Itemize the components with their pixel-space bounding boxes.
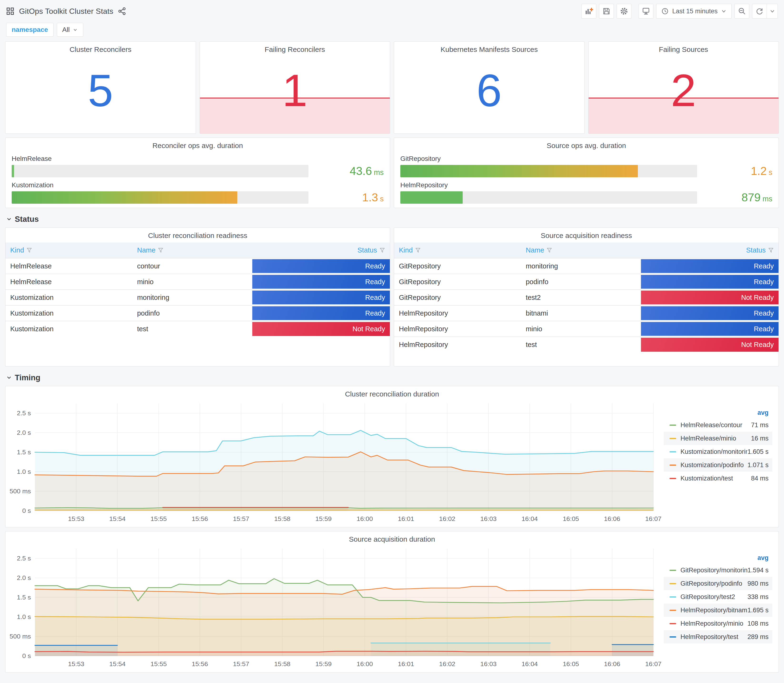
zoom-out-time-button[interactable] xyxy=(734,4,749,19)
settings-gear-icon[interactable] xyxy=(617,4,632,19)
section-label-timing: Timing xyxy=(15,373,40,382)
gauge-track xyxy=(12,191,308,204)
legend-item[interactable]: Kustomization/test84 ms xyxy=(664,472,772,485)
column-header-inner: Name xyxy=(526,246,635,254)
cell-name: monitoring xyxy=(521,258,640,274)
refresh-button[interactable] xyxy=(752,4,767,19)
svg-text:2.0 s: 2.0 s xyxy=(17,574,31,581)
legend-item[interactable]: GitRepository/monitoring1.594 s xyxy=(664,564,772,577)
gauge-value-number: 1.3 xyxy=(362,191,378,204)
legend-series-swatch xyxy=(670,596,676,598)
legend-item[interactable]: HelmRepository/minio108 ms xyxy=(664,617,772,630)
add-panel-button[interactable] xyxy=(582,4,596,19)
bargauge-panel: Source ops avg. durationGitRepository1.2… xyxy=(394,138,779,208)
chevron-down-icon xyxy=(6,216,12,222)
column-header-status[interactable]: Status xyxy=(252,242,390,258)
column-header-label: Name xyxy=(526,246,544,254)
cell-kind: HelmRepository xyxy=(394,321,521,337)
filter-funnel-icon xyxy=(158,247,164,253)
legend-series-avg: 71 ms xyxy=(751,422,768,429)
legend-item[interactable]: HelmRepository/test289 ms xyxy=(664,630,772,643)
svg-text:16:02: 16:02 xyxy=(439,515,455,522)
legend-item[interactable]: HelmRelease/contour71 ms xyxy=(664,418,772,432)
gauge-row: 43.6ms xyxy=(12,164,384,178)
gauge-value-number: 879 xyxy=(742,191,761,204)
cell-name: bitnami xyxy=(521,305,640,321)
time-range-picker[interactable]: Last 15 minutes xyxy=(656,4,732,19)
status-tables-row: Cluster reconciliation readinessKindName… xyxy=(5,228,779,367)
column-header-inner: Kind xyxy=(399,246,516,254)
legend-series-avg: 1.605 s xyxy=(747,448,768,455)
legend-item[interactable]: Kustomization/podinfo1.071 s xyxy=(664,459,772,472)
section-toggle-status[interactable]: Status xyxy=(6,215,778,224)
svg-text:16:03: 16:03 xyxy=(480,515,497,522)
svg-text:15:58: 15:58 xyxy=(274,515,290,522)
time-range-label: Last 15 minutes xyxy=(672,8,718,15)
share-icon[interactable] xyxy=(118,7,126,15)
table-row: HelmRepositoryminioReady xyxy=(394,321,779,337)
cell-name: test2 xyxy=(521,290,640,305)
readiness-table: KindNameStatusHelmReleasecontourReadyHel… xyxy=(5,242,390,337)
svg-text:16:01: 16:01 xyxy=(398,515,414,522)
legend-avg-header[interactable]: avg xyxy=(664,554,772,564)
column-header-inner: Name xyxy=(137,246,247,254)
timeseries-panel: Source acquisition duration15:5315:5415:… xyxy=(5,531,779,673)
gauge-series-label: GitRepository xyxy=(400,155,772,162)
legend-series-name: Kustomization/monitoring xyxy=(680,448,747,455)
status-badge: Ready xyxy=(252,275,390,289)
legend-item[interactable]: GitRepository/test2338 ms xyxy=(664,590,772,603)
table-row: GitRepositorypodinfoReady xyxy=(394,274,779,290)
column-header-name[interactable]: Name xyxy=(521,242,640,258)
column-header-inner: Status xyxy=(257,246,385,254)
column-header-kind[interactable]: Kind xyxy=(394,242,521,258)
namespace-filter-value[interactable]: All xyxy=(57,23,83,37)
legend-item[interactable]: GitRepository/podinfo980 ms xyxy=(664,577,772,590)
tv-kiosk-button[interactable] xyxy=(638,4,653,19)
chart-title: Cluster reconciliation duration xyxy=(5,386,779,398)
readiness-table: KindNameStatusGitRepositorymonitoringRea… xyxy=(394,242,779,353)
legend-series-avg: 16 ms xyxy=(751,435,768,442)
column-header-inner: Kind xyxy=(10,246,128,254)
svg-text:2.5 s: 2.5 s xyxy=(17,555,31,562)
stat-panel: Cluster Reconcilers5 xyxy=(5,42,196,134)
cell-name: minio xyxy=(132,274,252,290)
chart-body: 15:5315:5415:5515:5615:5715:5815:5916:00… xyxy=(5,543,779,670)
legend-series-name: HelmRepository/bitnami xyxy=(680,607,747,614)
filter-funnel-icon xyxy=(768,247,774,253)
filter-funnel-icon xyxy=(415,247,421,253)
gauge-series-label: HelmRepository xyxy=(400,181,772,189)
svg-text:16:00: 16:00 xyxy=(356,661,373,667)
status-badge: Ready xyxy=(641,259,779,273)
legend-avg-header[interactable]: avg xyxy=(664,409,772,418)
cell-kind: Kustomization xyxy=(5,305,132,321)
section-toggle-timing[interactable]: Timing xyxy=(6,373,778,382)
save-dashboard-button[interactable] xyxy=(599,4,614,19)
cell-kind: GitRepository xyxy=(394,274,521,290)
legend-series-avg: 84 ms xyxy=(751,475,768,482)
stat-panels-row: Cluster Reconcilers5Failing Reconcilers1… xyxy=(5,42,779,134)
table-panel: Source acquisition readinessKindNameStat… xyxy=(394,228,779,367)
stat-panel: Failing Reconcilers1 xyxy=(200,42,390,134)
legend-item[interactable]: HelmRepository/bitnami1.695 s xyxy=(664,603,772,617)
legend-series-avg: 1.695 s xyxy=(747,607,768,614)
column-header-name[interactable]: Name xyxy=(132,242,252,258)
legend-item[interactable]: HelmRelease/minio16 ms xyxy=(664,432,772,445)
legend-item[interactable]: Kustomization/monitoring1.605 s xyxy=(664,445,772,459)
svg-text:2.0 s: 2.0 s xyxy=(17,429,31,436)
column-header-status[interactable]: Status xyxy=(640,242,779,258)
apps-grid-icon[interactable] xyxy=(6,7,14,15)
cell-status: Ready xyxy=(252,258,390,274)
legend-series-swatch xyxy=(670,570,676,571)
svg-text:15:56: 15:56 xyxy=(192,661,208,667)
namespace-filter-label[interactable]: namespace xyxy=(6,23,54,37)
svg-text:16:01: 16:01 xyxy=(398,661,414,667)
refresh-interval-dropdown[interactable] xyxy=(767,4,778,19)
status-badge: Ready xyxy=(252,259,390,273)
page-title: GitOps Toolkit Cluster Stats xyxy=(19,7,113,16)
legend-series-avg: 980 ms xyxy=(747,580,768,587)
column-header-label: Kind xyxy=(399,246,413,254)
legend-series-avg: 338 ms xyxy=(747,593,768,601)
legend-series-swatch xyxy=(670,637,676,638)
legend-series-name: GitRepository/test2 xyxy=(680,593,747,601)
column-header-kind[interactable]: Kind xyxy=(5,242,132,258)
